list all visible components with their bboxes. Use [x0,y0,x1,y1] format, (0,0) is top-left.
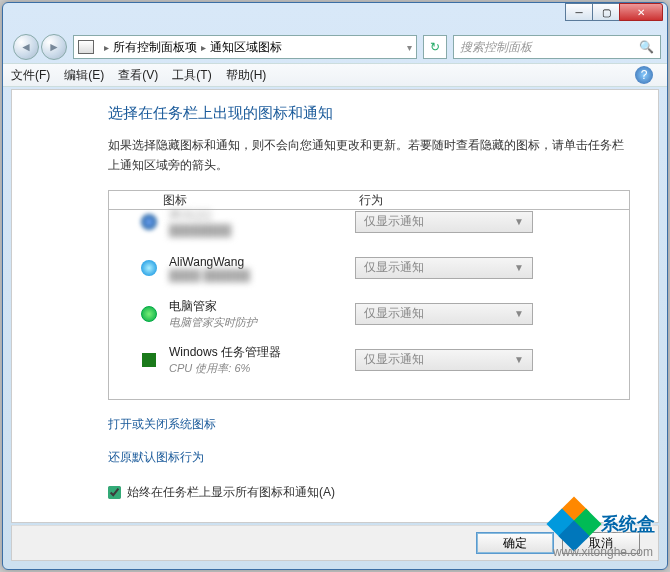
help-icon[interactable]: ? [635,66,653,84]
breadcrumb-sep: ▸ [201,42,206,53]
behavior-select[interactable]: 仅显示通知 ▼ [355,303,533,325]
search-placeholder: 搜索控制面板 [460,39,532,56]
app-icon-aliwangwang [139,258,159,278]
restore-defaults-link[interactable]: 还原默认图标行为 [108,449,204,466]
system-icons-link[interactable]: 打开或关闭系统图标 [108,416,216,433]
forward-button[interactable]: ► [41,34,67,60]
minimize-button[interactable]: ─ [565,3,593,21]
app-name: Windows 任务管理器 [169,344,355,361]
behavior-select[interactable]: 仅显示通知 ▼ [355,257,533,279]
refresh-button[interactable]: ↻ [423,35,447,59]
search-input[interactable]: 搜索控制面板 🔍 [453,35,661,59]
chevron-down-icon[interactable]: ▾ [407,42,412,53]
app-sub: CPU 使用率: 6% [169,361,355,376]
app-icon-taskmgr [139,350,159,370]
chevron-down-icon: ▼ [514,262,524,273]
chevron-down-icon: ▼ [514,216,524,227]
back-button[interactable]: ◄ [13,34,39,60]
list-item: 电脑管家 电脑管家实时防护 仅显示通知 ▼ [109,291,629,337]
app-name: 电脑管家 [169,298,355,315]
list-item: 腾讯QQ ████████ 仅显示通知 ▼ [109,199,629,245]
notification-icons-list: 图标 行为 腾讯QQ ████████ 仅显示通知 ▼ [108,190,630,400]
behavior-select[interactable]: 仅显示通知 ▼ [355,349,533,371]
always-show-checkbox[interactable] [108,486,121,499]
breadcrumb-part1[interactable]: 所有控制面板项 [113,39,197,56]
ok-button[interactable]: 确定 [476,532,554,554]
page-description: 如果选择隐藏图标和通知，则不会向您通知更改和更新。若要随时查看隐藏的图标，请单击… [108,135,630,176]
chevron-down-icon: ▼ [514,354,524,365]
menu-bar: 文件(F) 编辑(E) 查看(V) 工具(T) 帮助(H) ? [3,63,667,87]
breadcrumb-sep: ▸ [104,42,109,53]
close-button[interactable]: ✕ [619,3,663,21]
search-icon[interactable]: 🔍 [639,40,654,54]
menu-tools[interactable]: 工具(T) [172,67,211,84]
maximize-button[interactable]: ▢ [592,3,620,21]
page-title: 选择在任务栏上出现的图标和通知 [108,104,630,123]
app-icon-pcmanager [139,304,159,324]
list-item: AliWangWang ████ ██████ 仅显示通知 ▼ [109,245,629,291]
menu-file[interactable]: 文件(F) [11,67,50,84]
always-show-label: 始终在任务栏上显示所有图标和通知(A) [127,484,335,501]
app-name: AliWangWang [169,255,355,269]
behavior-select[interactable]: 仅显示通知 ▼ [355,211,533,233]
address-bar[interactable]: ▸ 所有控制面板项 ▸ 通知区域图标 ▾ [73,35,417,59]
menu-help[interactable]: 帮助(H) [226,67,267,84]
menu-edit[interactable]: 编辑(E) [64,67,104,84]
chevron-down-icon: ▼ [514,308,524,319]
cancel-button[interactable]: 取消 [562,532,640,554]
app-icon-qq [139,212,159,232]
app-name: 腾讯QQ [169,207,355,224]
app-sub: ████ ██████ [169,269,355,281]
app-sub: ████████ [169,224,355,236]
breadcrumb-part2[interactable]: 通知区域图标 [210,39,282,56]
list-item: Windows 任务管理器 CPU 使用率: 6% 仅显示通知 ▼ [109,337,629,383]
control-panel-icon [78,40,94,54]
menu-view[interactable]: 查看(V) [118,67,158,84]
app-sub: 电脑管家实时防护 [169,315,355,330]
